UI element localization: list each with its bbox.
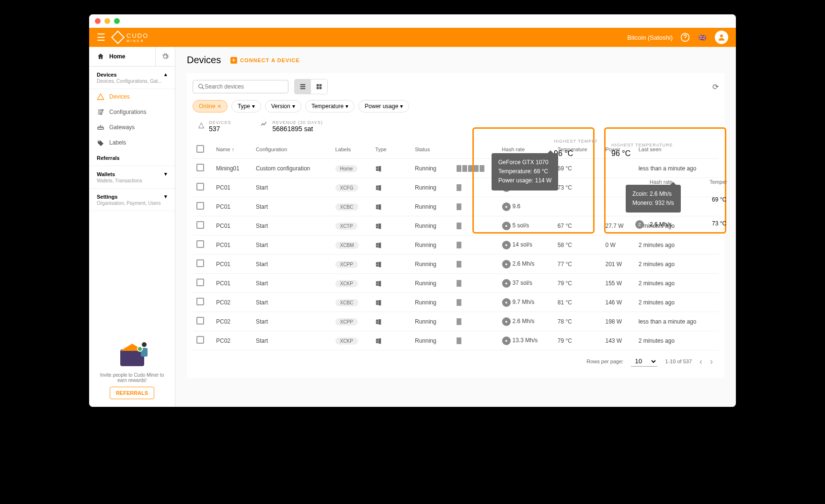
rows-per-page-select[interactable]: 10: [631, 356, 657, 367]
cell-config: Start: [252, 331, 332, 350]
label-pill: XCFG: [335, 184, 358, 191]
coin-icon: ●: [502, 241, 511, 249]
cell-config: Start: [252, 293, 332, 312]
gpu-bars[interactable]: [457, 280, 494, 287]
refresh-icon[interactable]: ⟳: [712, 82, 719, 91]
filter-temperature[interactable]: Temperature ▾: [305, 100, 355, 112]
sidebar-section-referrals[interactable]: Referrals: [89, 150, 175, 166]
hamburger-menu-icon[interactable]: ☰: [97, 32, 105, 43]
currency-selector[interactable]: Bitcoin (Satoshi): [627, 34, 673, 41]
brand-name: CUDO: [126, 32, 149, 39]
gpu-bars[interactable]: [457, 261, 494, 268]
next-page-icon[interactable]: ›: [710, 357, 713, 367]
column-status[interactable]: Status: [396, 140, 453, 159]
svg-rect-11: [317, 87, 319, 90]
row-checkbox[interactable]: [196, 336, 204, 344]
sidebar-item-gateways[interactable]: Gateways: [89, 120, 175, 135]
gpu-bars[interactable]: [457, 337, 494, 344]
chevron-down-icon: ▾: [252, 103, 255, 110]
tag-icon: [97, 139, 104, 146]
cell-temp: 73 °C: [554, 178, 602, 197]
table-row[interactable]: PC02 Start XCKP Running ●13.3 Mh/s 79 °C…: [193, 331, 719, 350]
column-name[interactable]: Name ↑: [212, 140, 252, 159]
pagination: Rows per page: 10 1-10 of 537 ‹ ›: [193, 350, 719, 372]
table-row[interactable]: PC01 Start XCBM Running ●14 sol/s 58 °C …: [193, 235, 719, 255]
gpu-bars[interactable]: [457, 318, 494, 325]
filter-online[interactable]: Online ×: [193, 100, 228, 112]
svg-rect-4: [98, 127, 103, 129]
cell-temp: [554, 197, 602, 216]
row-checkbox[interactable]: [196, 221, 204, 229]
chevron-down-icon: ▾: [164, 193, 167, 200]
row-checkbox[interactable]: [196, 259, 204, 267]
table-row[interactable]: PC02 Start XCBC Running ●9.7 Mh/s 81 °C …: [193, 293, 719, 312]
close-window-icon[interactable]: [95, 18, 101, 24]
row-checkbox[interactable]: [196, 279, 204, 286]
minimize-window-icon[interactable]: [104, 18, 110, 24]
maximize-window-icon[interactable]: [114, 18, 120, 24]
prev-page-icon[interactable]: ‹: [699, 357, 702, 367]
cell-status: Running: [396, 235, 453, 255]
home-icon: [97, 53, 104, 60]
close-icon[interactable]: ×: [218, 102, 221, 110]
plus-icon: +: [230, 57, 237, 64]
sidebar-item-configurations[interactable]: Configurations: [89, 104, 175, 120]
cell-name: Mining01: [212, 159, 252, 178]
gpu-bars[interactable]: [457, 165, 494, 172]
cell-status: Running: [396, 293, 453, 312]
cell-name: PC01: [212, 178, 252, 197]
chevron-down-icon: ▾: [164, 171, 167, 177]
row-checkbox[interactable]: [196, 164, 204, 171]
sidebar-section-settings[interactable]: Settings ▾ Organisation, Payment, Users: [89, 189, 175, 211]
referrals-button[interactable]: REFERRALS: [110, 387, 154, 399]
sidebar-item-labels[interactable]: Labels: [89, 135, 175, 150]
cell-lastseen: 2 minutes ago: [635, 274, 719, 293]
row-checkbox[interactable]: [196, 298, 204, 305]
row-checkbox[interactable]: [196, 183, 204, 190]
gpu-bars[interactable]: [457, 299, 494, 306]
settings-gear-icon[interactable]: [155, 47, 175, 66]
row-checkbox[interactable]: [196, 240, 204, 248]
gpu-bars[interactable]: [457, 223, 494, 229]
account-icon[interactable]: [715, 31, 728, 44]
sidebar-section-devices[interactable]: Devices ▴ Devices, Configurations, Gat..…: [89, 67, 175, 89]
search-input[interactable]: [193, 80, 288, 93]
cell-config: Start: [252, 312, 332, 331]
cell-config: Start: [252, 178, 332, 197]
warning-triangle-icon: [97, 93, 104, 101]
row-checkbox[interactable]: [196, 202, 204, 210]
filter-bar: Online × Type ▾ Version ▾ Temperature ▾ …: [193, 100, 719, 112]
column-labels[interactable]: Labels: [332, 140, 371, 159]
main-content: Devices + CONNECT A DEVICE: [175, 47, 736, 407]
coin-icon: Z: [635, 220, 644, 229]
gpu-bars[interactable]: [457, 242, 494, 248]
devices-table: Name ↑ Configuration Labels Type Status …: [193, 140, 719, 350]
coin-icon: ●: [502, 279, 511, 288]
chevron-down-icon: ▾: [345, 103, 348, 110]
filter-version[interactable]: Version ▾: [265, 100, 301, 112]
filter-type[interactable]: Type ▾: [231, 100, 261, 112]
column-config[interactable]: Configuration: [252, 140, 332, 159]
grid-view-button[interactable]: [311, 79, 327, 94]
help-icon[interactable]: [680, 33, 690, 42]
column-type[interactable]: Type: [371, 140, 396, 159]
sidebar-home-link[interactable]: Home: [89, 47, 155, 66]
table-row[interactable]: Mining01 Custom configuration Home Runni…: [193, 159, 719, 178]
cell-temp: 78 °C: [554, 312, 602, 331]
sidebar-section-wallets[interactable]: Wallets ▾ Wallets, Transactions: [89, 166, 175, 189]
label-pill: XCBC: [335, 203, 358, 211]
list-view-button[interactable]: [295, 79, 311, 94]
table-row[interactable]: PC01 Start XCPP Running ●2.6 Mh/s 77 °C …: [193, 255, 719, 274]
filter-power[interactable]: Power usage ▾: [358, 100, 409, 112]
table-row[interactable]: PC01 Start XCKP Running ●37 sol/s 79 °C …: [193, 274, 719, 293]
gpu-bars[interactable]: [457, 203, 494, 210]
select-all-checkbox[interactable]: [196, 145, 204, 153]
coin-icon: ●: [502, 260, 511, 269]
connect-device-link[interactable]: + CONNECT A DEVICE: [230, 57, 300, 64]
table-row[interactable]: PC02 Start XCPP Running ●2.6 Mh/s 78 °C …: [193, 312, 719, 331]
row-checkbox[interactable]: [196, 317, 204, 325]
cell-status: Running: [396, 274, 453, 293]
gpu-bars[interactable]: [457, 184, 494, 191]
sidebar-item-devices[interactable]: Devices: [89, 89, 175, 104]
language-flag-icon[interactable]: 🇬🇧: [698, 33, 707, 42]
